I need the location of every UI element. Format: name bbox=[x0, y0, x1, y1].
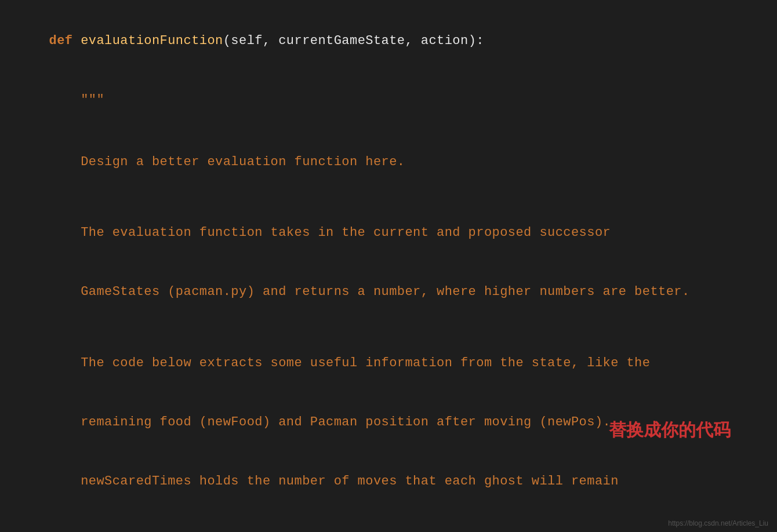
code-container: def evaluationFunction(self, currentGame… bbox=[0, 0, 777, 532]
watermark: https://blog.csdn.net/Articles_Liu bbox=[668, 519, 768, 527]
docstring-text-3a: The code below extracts some useful info… bbox=[49, 356, 651, 370]
docstring-line-1: Design a better evaluation function here… bbox=[17, 133, 760, 192]
docstring-line-2a: The evaluation function takes in the cur… bbox=[17, 203, 760, 263]
params: (self, currentGameState, action): bbox=[223, 34, 484, 48]
docstring-line-2b: GameStates (pacman.py) and returns a num… bbox=[17, 263, 760, 322]
docstring-line-3a: The code below extracts some useful info… bbox=[17, 333, 760, 392]
docstring-text-2a: The evaluation function takes in the cur… bbox=[49, 225, 611, 240]
docstring-text-2b: GameStates (pacman.py) and returns a num… bbox=[49, 285, 690, 299]
function-name: evaluationFunction bbox=[81, 34, 223, 48]
docstring-open-quotes: """ bbox=[49, 93, 105, 107]
docstring-line-3d: scared because of Pacman having eaten a … bbox=[17, 511, 760, 532]
keyword-def: def bbox=[49, 34, 81, 48]
docstring-text-3c: newScaredTimes holds the number of moves… bbox=[49, 474, 619, 489]
code-line-1: def evaluationFunction(self, currentGame… bbox=[17, 12, 760, 71]
docstring-text-1: Design a better evaluation function here… bbox=[49, 155, 405, 169]
docstring-open: """ bbox=[17, 71, 760, 130]
docstring-line-3c: newScaredTimes holds the number of moves… bbox=[17, 452, 760, 511]
docstring-text-3b: remaining food (newFood) and Pacman posi… bbox=[49, 415, 611, 429]
chinese-annotation: 替换成你的代码 bbox=[609, 418, 731, 442]
